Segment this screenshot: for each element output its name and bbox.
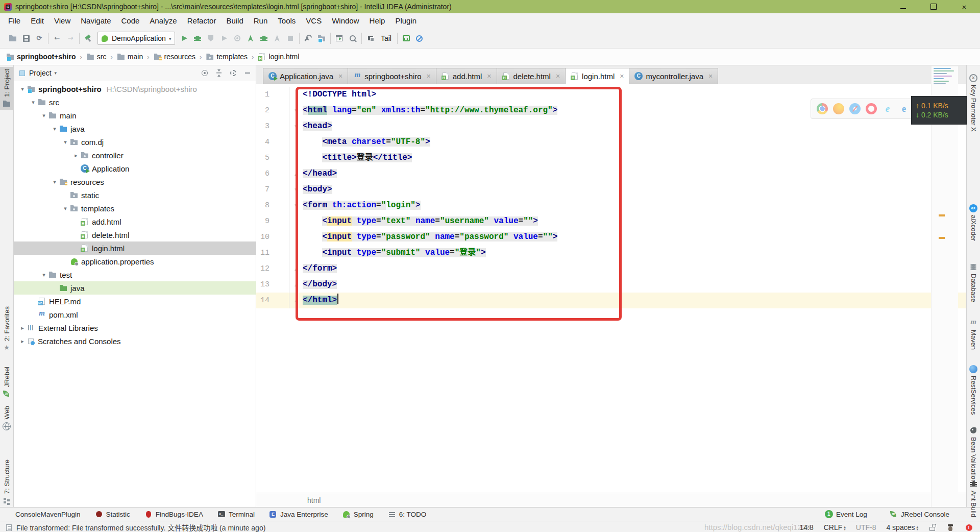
hotswap-icon[interactable]	[368, 36, 373, 40]
tree-item-login-html[interactable]: login.html	[14, 241, 256, 255]
tool-strip-item-maven[interactable]: Maven	[967, 317, 980, 352]
back-icon[interactable]	[53, 34, 61, 42]
tree-item-resources[interactable]: ▾resources	[14, 175, 256, 188]
tree-item-external-libraries[interactable]: ▸External Libraries	[14, 321, 256, 334]
menu-item-refactor[interactable]: Refactor	[182, 13, 222, 29]
tool-strip-item-web[interactable]: Web	[0, 404, 13, 432]
edge-browser-icon[interactable]	[898, 103, 910, 114]
toolwindow-button-spring[interactable]: Spring	[342, 510, 374, 518]
sync-icon[interactable]	[35, 34, 43, 42]
gear-icon[interactable]	[230, 70, 236, 76]
tree-item-templates[interactable]: ▾templates	[14, 202, 256, 215]
menu-item-tools[interactable]: Tools	[273, 13, 301, 29]
chevron-expanded-icon[interactable]: ▾	[50, 126, 59, 132]
menu-item-build[interactable]: Build	[221, 13, 248, 29]
debug-icon[interactable]	[193, 34, 202, 42]
run-dis-icon[interactable]	[220, 34, 228, 42]
menu-item-analyze[interactable]: Analyze	[144, 13, 182, 29]
chevron-expanded-icon[interactable]: ▾	[18, 86, 27, 92]
opera-browser-icon[interactable]	[866, 103, 877, 114]
code-line-8[interactable]: 8▿<form th:action="login">	[256, 198, 966, 213]
menu-item-navigate[interactable]: Navigate	[76, 13, 116, 29]
tool-strip-item-7-structure[interactable]: 7: Structure	[0, 457, 13, 506]
tab-delete-html[interactable]: delete.html×	[497, 68, 566, 84]
chevron-expanded-icon[interactable]: ▾	[61, 205, 70, 212]
fold-marker-icon[interactable]: ▵	[289, 166, 303, 182]
caret-position-widget[interactable]: 14:8	[799, 523, 813, 531]
toolwindow-button-statistic[interactable]: Statistic	[95, 510, 130, 518]
stop-icon[interactable]	[288, 36, 293, 41]
toolwindow-button-java-enterprise[interactable]: Java Enterprise	[269, 510, 328, 518]
chevron-expanded-icon[interactable]: ▾	[39, 272, 48, 278]
coverage-icon[interactable]	[208, 35, 213, 41]
tool-strip-item-restservices[interactable]: RestServices	[967, 363, 980, 417]
fold-marker-icon[interactable]: ▿	[289, 118, 303, 134]
fold-marker-icon[interactable]: ▵	[289, 261, 303, 277]
code-line-7[interactable]: 7▿<body>	[256, 182, 966, 198]
chevron-expanded-icon[interactable]: ▾	[61, 139, 70, 146]
tree-item-static[interactable]: static	[14, 188, 256, 202]
chevron-expanded-icon[interactable]: ▾	[39, 112, 48, 119]
line-ending-widget[interactable]: CRLF▴▾	[824, 523, 846, 531]
tab-add-html[interactable]: add.html×	[436, 68, 497, 84]
window-icon[interactable]	[336, 35, 342, 41]
tool-strip-item-aixcoder[interactable]: aiXcoder	[967, 202, 980, 243]
tree-item-controller[interactable]: ▸controller	[14, 149, 256, 162]
tree-item-add-html[interactable]: add.html	[14, 215, 256, 228]
editor-breadcrumb-html[interactable]: html	[307, 496, 321, 504]
code-line-12[interactable]: 12▵</form>	[256, 261, 966, 277]
save-icon[interactable]	[23, 35, 30, 42]
run-configuration-combo[interactable]: DemoApplication▾	[97, 32, 175, 45]
tree-item-scratches-and-consoles[interactable]: ▸Scratches and Consoles	[14, 334, 256, 348]
chevron-collapsed-icon[interactable]: ▸	[18, 325, 27, 331]
chrome-browser-icon[interactable]	[817, 103, 828, 114]
hector-icon[interactable]	[946, 523, 954, 531]
ie-browser-icon[interactable]	[882, 103, 893, 114]
tool-strip-item-jrebel[interactable]: JRebel	[0, 365, 13, 400]
jrebel-run-icon[interactable]	[248, 35, 253, 42]
tree-item-application-properties[interactable]: application.properties	[14, 255, 256, 268]
open-icon[interactable]	[9, 34, 17, 42]
code-line-10[interactable]: 10 <input type="password" name="password…	[256, 229, 966, 245]
close-icon[interactable]: ×	[338, 72, 342, 80]
error-icon[interactable]	[966, 524, 972, 531]
tool-strip-item-1-project[interactable]: 1: Project	[0, 67, 13, 110]
fold-marker-icon[interactable]: ▿	[289, 182, 303, 198]
fold-marker-icon[interactable]: ▵	[289, 277, 303, 293]
code-line-14[interactable]: 14▵</html>	[256, 293, 966, 308]
code-line-13[interactable]: 13▵</body>	[256, 277, 966, 293]
toolwindow-button-jrebel-console[interactable]: JRebel Console	[890, 510, 949, 518]
menu-item-window[interactable]: Window	[327, 13, 364, 29]
hammer-icon[interactable]	[84, 34, 92, 42]
firefox-browser-icon[interactable]	[833, 103, 844, 114]
menu-item-help[interactable]: Help	[364, 13, 390, 29]
chevron-expanded-icon[interactable]: ▾	[29, 99, 38, 106]
jrebel-remote-icon[interactable]	[275, 35, 280, 42]
menu-item-edit[interactable]: Edit	[26, 13, 49, 29]
tail-button[interactable]: Tail	[380, 34, 393, 42]
jrebel-debug-icon[interactable]	[260, 34, 268, 42]
breadcrumb-item-resources[interactable]: resources	[153, 53, 197, 61]
tree-item-springboot-shiro[interactable]: ▾springboot+shiroH:\CSDN\springboot+shir…	[14, 82, 256, 95]
chevron-collapsed-icon[interactable]: ▸	[18, 338, 27, 345]
editor-body[interactable]: 1<!DOCTYPE html>2▿<html lang="en" xmlns:…	[256, 84, 966, 493]
proj-structure-icon[interactable]	[317, 34, 326, 42]
maximize-button[interactable]	[930, 3, 937, 11]
toolwindow-button-consolemavenplugin[interactable]: ConsoleMavenPlugin	[15, 511, 81, 518]
code-line-4[interactable]: 4 <meta charset="UTF-8">	[256, 134, 966, 150]
tree-item-help-md[interactable]: HELP.md	[14, 295, 256, 308]
run-icon[interactable]	[180, 34, 188, 42]
tool-strip-item-key-promoter-x[interactable]: Key Promoter X	[967, 72, 980, 134]
tool-strip-item-bean-validation[interactable]: Bean Validation	[967, 424, 980, 485]
tool-strip-item-ant-build[interactable]: Ant Build	[967, 478, 980, 519]
close-icon[interactable]: ×	[556, 72, 560, 80]
tree-item-test[interactable]: ▾test	[14, 268, 256, 281]
encoding-widget[interactable]: UTF-8	[856, 523, 876, 531]
toolwindow-button-6-todo[interactable]: 6: TODO	[388, 510, 427, 518]
monitor-icon[interactable]	[403, 35, 410, 41]
tree-item-main[interactable]: ▾main	[14, 109, 256, 122]
menu-item-file[interactable]: File	[3, 13, 26, 29]
breadcrumb-item-springboot-shiro[interactable]: springboot+shiro	[5, 53, 77, 61]
close-icon[interactable]: ×	[620, 72, 624, 80]
toolwindow-button-event-log[interactable]: Event Log	[825, 510, 867, 518]
